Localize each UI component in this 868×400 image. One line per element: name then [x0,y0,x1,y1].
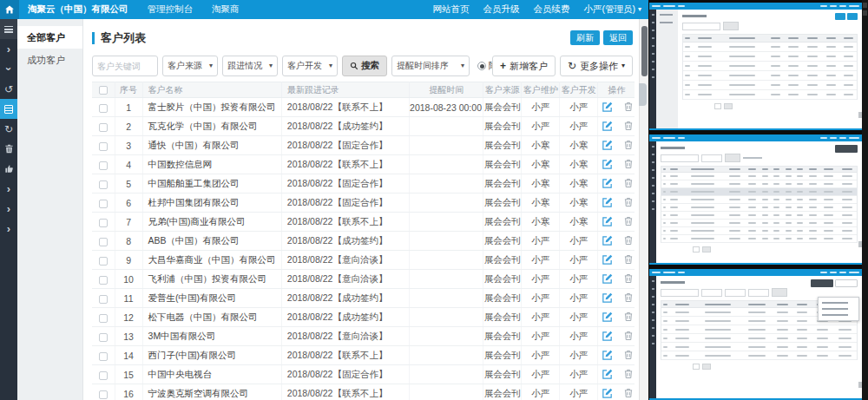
table-row[interactable]: 14 西门子(中国)有限公司 2018/08/22【联系不上】 展会会刊 小严 … [92,346,635,365]
row-checkbox[interactable] [99,314,108,323]
search-button[interactable]: 搜索 [342,56,387,76]
rail-item-5[interactable]: ↻ [0,119,17,139]
topbar-link-website-home[interactable]: 网站首页 [432,3,469,16]
source-select[interactable]: 客户来源 ▾ [162,56,218,76]
rail-item-6[interactable] [0,139,17,159]
table-row[interactable]: 8 ABB（中国）有限公司 2018/08/22【成功签约】 展会会刊 小严 小… [92,232,635,251]
table-row[interactable]: 16 宁波奥克斯空调有限公司 2018/08/22【联系不上】 展会会刊 小严 … [92,384,635,400]
edge-widget-icon[interactable] [863,10,867,16]
table-row[interactable]: 11 爱普生(中国)有限公司 2018/08/22【成功签约】 展会会刊 小严 … [92,289,635,308]
table-row[interactable]: 4 中国数控信息网 2018/08/22【联系不上】 展会会刊 小寒 小寒 [92,155,635,174]
edit-button[interactable] [602,178,613,189]
refresh-button[interactable]: 刷新 [570,30,600,45]
delete-button[interactable] [622,178,634,189]
add-customer-button[interactable]: + 新增客户 [492,56,556,76]
topbar-link-member-upgrade[interactable]: 会员升级 [483,3,519,16]
back-button[interactable]: 返回 [603,30,633,45]
rail-item-3[interactable]: ↺ [0,79,17,99]
table-row[interactable]: 15 中国中央电视台 2018/08/22【固定合作】 展会会刊 小严 小严 [92,365,635,384]
delete-button[interactable] [622,292,634,304]
table-row[interactable]: 13 3M中国有限公司 2018/08/22【意向洽谈】 展会会刊 小严 小严 [92,327,635,346]
menu-toggle-button[interactable] [0,19,17,39]
delete-button[interactable] [622,311,634,323]
topbar-menu-console[interactable]: 管理控制台 [148,3,194,16]
page-preview-thumbnail-2[interactable] [649,134,862,265]
vertical-scrollbar[interactable] [639,19,648,400]
row-checkbox[interactable] [99,238,108,246]
row-checkbox[interactable] [99,161,108,170]
row-checkbox[interactable] [99,295,108,304]
rail-item-9[interactable]: › [0,199,17,219]
keyword-input[interactable] [92,56,158,76]
rail-item-10[interactable]: › [0,219,17,239]
rail-item-customers-active[interactable] [0,99,17,119]
delete-button[interactable] [622,273,634,285]
scrollbar-thumb[interactable] [641,26,648,76]
edit-button[interactable] [602,235,613,246]
edit-button[interactable] [602,350,613,361]
table-row[interactable]: 1 富士胶片（中国）投资有限公司 2018/08/22【联系不上】 2018-0… [92,98,635,117]
row-checkbox[interactable] [99,371,108,380]
edit-button[interactable] [602,388,613,399]
delete-button[interactable] [622,369,634,380]
rail-item-8[interactable]: › [0,179,17,199]
delete-button[interactable] [622,102,634,113]
more-actions-button[interactable]: ↻ 更多操作 ▾ [560,56,633,76]
develop-select[interactable]: 客户开发 ▾ [282,56,338,76]
row-checkbox[interactable] [99,180,108,189]
rail-item-1[interactable]: › [0,39,17,59]
edit-button[interactable] [602,273,613,285]
table-row[interactable]: 5 中国船舶重工集团公司 2018/08/22【固定合作】 展会会刊 小寒 小寒 [92,174,635,193]
delete-button[interactable] [622,331,634,342]
row-checkbox[interactable] [99,142,108,151]
row-checkbox[interactable] [99,219,108,227]
panel-collapse-handle[interactable] [639,83,647,106]
edit-button[interactable] [602,292,613,304]
table-row[interactable]: 7 兄弟(中国)商业有限公司 2018/08/22【联系不上】 展会会刊 小寒 … [92,213,635,232]
table-row[interactable]: 10 飞利浦（中国）投资有限公司 2018/08/22【意向洽谈】 展会会刊 小… [92,270,635,289]
topbar-menu-shop[interactable]: 淘聚商 [212,3,240,16]
edit-button[interactable] [602,311,613,323]
page-preview-thumbnail-3[interactable] [649,269,862,400]
table-row[interactable]: 6 杜邦中国集团有限公司 2018/08/22【固定合作】 展会会刊 小寒 小寒 [92,193,635,213]
delete-button[interactable] [622,159,634,170]
edit-button[interactable] [602,159,613,170]
row-checkbox[interactable] [99,276,108,285]
topbar-link-member-renew[interactable]: 会员续费 [533,3,569,16]
delete-button[interactable] [622,197,634,208]
edit-button[interactable] [602,102,613,113]
rail-item-2[interactable]: › [0,59,17,79]
delete-button[interactable] [622,350,634,361]
delete-button[interactable] [622,140,634,151]
row-checkbox[interactable] [99,123,108,132]
page-preview-thumbnail-1[interactable] [649,3,862,130]
sidebar-item-all-customers[interactable]: 全部客户 [17,26,82,49]
row-checkbox[interactable] [99,352,108,361]
row-checkbox[interactable] [99,390,108,399]
sidebar-item-success-customers[interactable]: 成功客户 [17,49,82,71]
row-checkbox[interactable] [99,200,108,208]
edit-button[interactable] [602,369,613,380]
edit-button[interactable] [602,140,613,151]
edge-widget-icon[interactable] [863,3,867,8]
edit-button[interactable] [602,216,613,227]
delete-button[interactable] [622,121,634,132]
row-checkbox[interactable] [99,257,108,266]
edit-button[interactable] [602,197,613,208]
delete-button[interactable] [622,235,634,246]
delete-button[interactable] [622,388,634,399]
edit-button[interactable] [602,331,613,342]
table-row[interactable]: 12 松下电器（中国）有限公司 2018/08/22【成功签约】 展会会刊 小严… [92,308,635,327]
table-row[interactable]: 2 瓦克化学（中国）有限公司 2018/08/22【成功签约】 展会会刊 小严 … [92,117,635,136]
row-checkbox[interactable] [99,104,108,113]
rail-item-7[interactable] [0,159,17,179]
delete-button[interactable] [622,216,634,227]
select-all-checkbox[interactable] [99,86,108,95]
follow-status-select[interactable]: 跟进情况 ▾ [222,56,278,76]
table-row[interactable]: 9 大昌华嘉商业（中国）有限公司 2018/08/22【意向洽谈】 展会会刊 小… [92,251,635,270]
user-menu[interactable]: 小严(管理员) ▾ [583,3,641,16]
sort-select[interactable]: 提醒时间排序 ▾ [391,56,470,76]
edit-button[interactable] [602,254,613,266]
table-row[interactable]: 3 通快（中国）有限公司 2018/08/22【固定合作】 展会会刊 小寒 小寒 [92,136,635,155]
row-checkbox[interactable] [99,333,108,342]
